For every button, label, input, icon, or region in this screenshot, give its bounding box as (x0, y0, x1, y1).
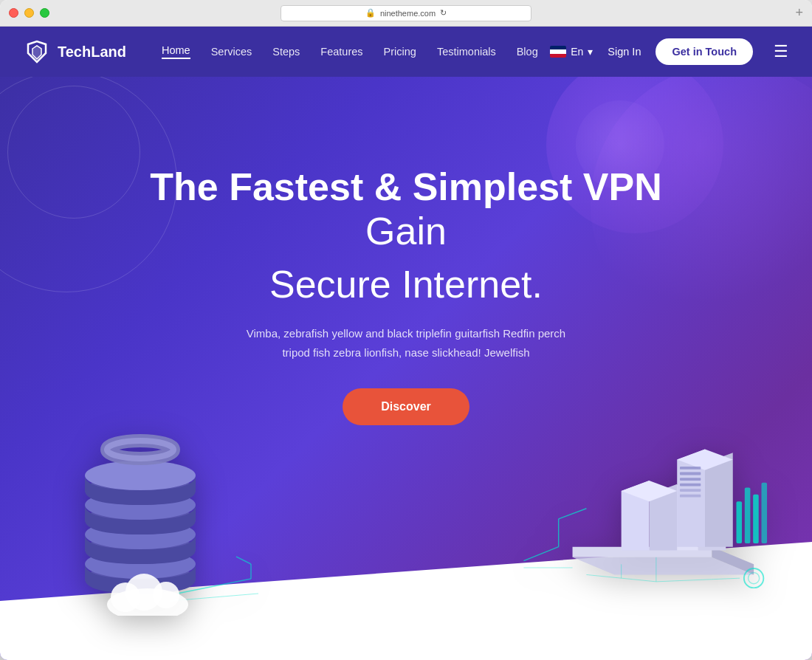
svg-rect-22 (680, 467, 701, 470)
hero-description: Vimba, zebrafish yellow and black triple… (247, 324, 565, 362)
svg-rect-23 (680, 472, 701, 475)
new-tab-button[interactable]: + (795, 5, 803, 21)
right-illustration (517, 379, 768, 586)
refresh-icon[interactable]: ↻ (440, 8, 447, 18)
svg-point-33 (749, 573, 760, 584)
lang-text: En (571, 46, 583, 58)
svg-rect-30 (753, 495, 759, 543)
navbar: TechLand Home Services Steps Features Pr… (0, 27, 812, 77)
sign-in-link[interactable]: Sign In (608, 46, 641, 58)
nav-testimonials[interactable]: Testimonials (437, 46, 496, 58)
lock-icon: 🔒 (365, 8, 376, 18)
get-in-touch-button[interactable]: Get in Touch (656, 38, 753, 65)
hamburger-menu[interactable]: ☰ (774, 42, 788, 61)
svg-line-2 (236, 557, 251, 564)
nav-links: Home Services Steps Features Pricing Tes… (162, 44, 550, 59)
nav-pricing[interactable]: Pricing (384, 46, 416, 58)
minimize-window-button[interactable] (24, 8, 34, 18)
svg-rect-24 (680, 478, 701, 481)
logo-text: TechLand (58, 44, 126, 61)
hero-section: TechLand Home Services Steps Features Pr… (0, 27, 812, 660)
left-illustration (59, 394, 266, 601)
mac-window-buttons (9, 8, 49, 18)
svg-point-17 (153, 582, 179, 608)
svg-rect-26 (680, 489, 701, 492)
logo-icon (24, 38, 50, 65)
language-selector[interactable]: En ▾ (550, 46, 593, 58)
svg-rect-31 (761, 483, 767, 543)
nav-services[interactable]: Services (211, 46, 252, 58)
mac-window: 🔒 ninetheme.com ↻ + TechLand (0, 0, 812, 660)
hero-desc-line1: Vimba, zebrafish yellow and black triple… (247, 327, 565, 340)
svg-rect-25 (680, 484, 701, 487)
hero-subtitle: Secure Internet. (269, 263, 543, 307)
nav-blog[interactable]: Blog (517, 46, 538, 58)
nav-home[interactable]: Home (162, 44, 190, 59)
svg-rect-27 (680, 495, 701, 498)
logo[interactable]: TechLand (24, 38, 126, 65)
nav-steps[interactable]: Steps (272, 46, 300, 58)
site-content: TechLand Home Services Steps Features Pr… (0, 27, 812, 660)
svg-rect-29 (745, 487, 751, 543)
server-illustration (517, 379, 768, 588)
svg-rect-28 (736, 501, 742, 543)
chevron-down-icon: ▾ (588, 46, 593, 58)
svg-line-20 (559, 509, 587, 519)
database-illustration (59, 394, 266, 616)
hero-title-bold: The Fastest & Simplest VPN (150, 165, 662, 208)
url-text: ninetheme.com (380, 9, 436, 18)
hero-content: The Fastest & Simplest VPN Gain Secure I… (0, 77, 812, 425)
flag-icon (550, 46, 566, 58)
svg-line-35 (656, 578, 740, 582)
hero-title-light: Gain (365, 210, 447, 252)
mac-titlebar: 🔒 ninetheme.com ↻ + (0, 0, 812, 27)
hero-title: The Fastest & Simplest VPN Gain (148, 165, 664, 254)
nav-features[interactable]: Features (320, 46, 362, 58)
close-window-button[interactable] (9, 8, 18, 18)
discover-button[interactable]: Discover (343, 388, 469, 425)
nav-right: En ▾ Sign In Get in Touch ☰ (550, 38, 788, 65)
svg-line-18 (523, 547, 558, 561)
maximize-window-button[interactable] (40, 8, 49, 18)
address-bar[interactable]: 🔒 ninetheme.com ↻ (281, 5, 531, 21)
hero-desc-line2: tripod fish zebra lionfish, nase slickhe… (282, 346, 529, 359)
